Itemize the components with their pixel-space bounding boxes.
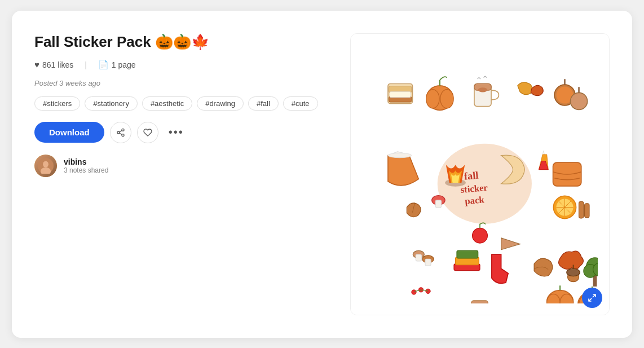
- svg-point-18: [440, 89, 453, 108]
- actions-row: Download •••: [34, 122, 328, 143]
- expand-icon: [588, 293, 597, 302]
- author-row: vibins 3 notes shared: [34, 155, 328, 177]
- author-notes: 3 notes shared: [64, 166, 108, 174]
- sticker-preview: fall sticker pack: [351, 34, 609, 315]
- heart-icon: ♥: [34, 60, 39, 69]
- share-icon: [116, 128, 125, 137]
- svg-point-28: [388, 153, 412, 157]
- pages-meta: 📄 1 page: [98, 60, 136, 70]
- tag-fall[interactable]: #fall: [248, 96, 279, 111]
- sticker-preview-panel: fall sticker pack: [350, 33, 610, 315]
- avatar: [34, 155, 57, 177]
- divider: |: [85, 60, 87, 69]
- content-card: Fall Sticker Pack 🎃🎃🍁 ♥ 861 likes | 📄 1 …: [12, 11, 632, 338]
- author-name: vibins: [64, 157, 108, 166]
- likes-meta: ♥ 861 likes: [34, 60, 73, 69]
- meta-row: ♥ 861 likes | 📄 1 page: [34, 60, 328, 70]
- svg-rect-47: [425, 259, 431, 266]
- svg-rect-40: [579, 201, 584, 218]
- svg-point-52: [567, 268, 580, 276]
- svg-rect-41: [585, 203, 589, 217]
- author-info: vibins 3 notes shared: [64, 157, 108, 174]
- svg-point-22: [478, 87, 488, 92]
- posted-date: Posted 3 weeks ago: [34, 79, 328, 87]
- svg-rect-15: [390, 91, 411, 97]
- svg-rect-45: [416, 254, 421, 261]
- like-button[interactable]: [137, 122, 158, 143]
- svg-rect-50: [457, 250, 478, 258]
- tag-stickers[interactable]: #stickers: [34, 96, 80, 111]
- tag-aesthetic[interactable]: #aesthetic: [142, 96, 192, 111]
- svg-line-3: [119, 133, 122, 135]
- svg-point-6: [43, 161, 48, 167]
- pages-count: 1 page: [112, 60, 136, 69]
- svg-rect-33: [435, 200, 441, 207]
- share-button[interactable]: [110, 122, 131, 143]
- svg-rect-70: [471, 301, 488, 303]
- more-options-button[interactable]: •••: [164, 124, 188, 141]
- svg-line-4: [119, 130, 122, 132]
- tag-cute[interactable]: #cute: [283, 96, 318, 111]
- svg-text:pack: pack: [464, 194, 485, 206]
- tags-container: #stickers #stationery #aesthetic #drawin…: [34, 96, 328, 111]
- svg-point-17: [426, 89, 439, 108]
- tag-stationery[interactable]: #stationery: [85, 96, 138, 111]
- likes-count: 861 likes: [42, 60, 73, 69]
- expand-button[interactable]: [582, 288, 602, 308]
- svg-text:fall: fall: [464, 169, 479, 182]
- svg-point-42: [473, 228, 488, 243]
- page-icon: 📄: [98, 60, 109, 70]
- avatar-image: [38, 158, 54, 174]
- post-title: Fall Sticker Pack 🎃🎃🍁: [34, 33, 328, 51]
- tag-drawing[interactable]: #drawing: [197, 96, 244, 111]
- left-panel: Fall Sticker Pack 🎃🎃🍁 ♥ 861 likes | 📄 1 …: [34, 33, 328, 315]
- download-button[interactable]: Download: [34, 122, 104, 143]
- heart-icon: [143, 128, 152, 137]
- svg-point-26: [571, 92, 588, 109]
- sticker-art: fall sticker pack: [362, 45, 598, 303]
